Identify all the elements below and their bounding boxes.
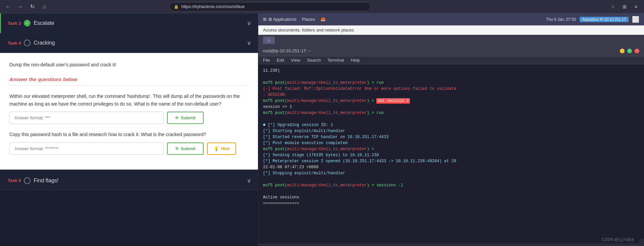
terminal-window-buttons <box>620 49 639 53</box>
term-line-15: 22-01-06 07:47:23 +0000 <box>263 164 639 170</box>
url-text: https://tryhackme.com/room/blue <box>181 4 245 9</box>
task4-check <box>24 40 31 46</box>
watermark: CSDN @山川绿永 <box>258 236 639 243</box>
term-line-16: [*] Stopping exploit/multi/handler <box>263 170 639 176</box>
term-line-17: msf5 post(multi/manage/shell_to_meterpre… <box>263 182 639 188</box>
question1-answer-row: ✈ Submit <box>9 112 249 124</box>
os-apps-menu[interactable]: ⊞ ⊞ Applications <box>263 17 297 22</box>
question1-block: Within our elevated meterpreter shell, r… <box>9 93 249 124</box>
task3-header[interactable]: Task 3 ✓ Escalate ∨ <box>0 13 258 33</box>
places-tooltip: Access documents, folders and network pl… <box>258 25 644 35</box>
term-line-12: msf5 post(multi/manage/shell_to_meterpre… <box>263 146 639 152</box>
browser-actions: ☆ ⊞ ≡ <box>608 2 641 11</box>
back-button[interactable]: ← <box>3 2 13 11</box>
task3-check: ✓ <box>24 20 31 26</box>
term-line-19: =============== <box>263 200 639 206</box>
maximize-button[interactable] <box>627 49 632 53</box>
term-line-11: [*] Post module execution completed <box>263 140 639 146</box>
menu-edit[interactable]: Edit <box>277 58 284 63</box>
menu-file[interactable]: File <box>263 58 270 63</box>
reload-button[interactable]: ↻ <box>28 2 37 11</box>
close-button[interactable] <box>635 49 639 53</box>
task4-description: Dump the non-default user's password and… <box>9 61 249 68</box>
term-line-4: : SESSION. <box>263 92 639 98</box>
extensions-button[interactable]: ⊞ <box>620 2 629 11</box>
task5-header[interactable]: Task 5 Find flags! ∨ <box>0 171 258 191</box>
task5-label: Task 5 <box>8 178 21 183</box>
term-line-blank3 <box>263 176 639 182</box>
term-line-8: ■ [*] Upgrading session ID: 1 <box>263 122 639 128</box>
os-topbar: ⊞ ⊞ Applications Places 🦊 Thu 6 Jan, 07:… <box>258 13 644 25</box>
task4-content: Dump the non-default user's password and… <box>0 53 258 171</box>
terminal-menu-bar: File Edit View Search Terminal Help <box>258 56 644 64</box>
question2-text: Copy this password hash to a file and re… <box>9 131 249 138</box>
file-browser-tab[interactable]: ⌂ <box>263 37 275 44</box>
term-line-7: msf5 post(multi/manage/shell_to_meterpre… <box>263 110 639 116</box>
task4-title: Cracking <box>34 40 55 46</box>
question2-answer-row: ✈ Submit 💡 Hint <box>9 142 249 155</box>
places-tooltip-text: Access documents, folders and network pl… <box>263 27 354 33</box>
terminal-window-bar: root@ip-10-10-251-17: ~ <box>258 46 644 56</box>
bookmark-button[interactable]: ☆ <box>608 2 618 11</box>
term-line-14: [*] Meterpreter session 2 opened (10.10.… <box>263 158 639 164</box>
term-line-blank4 <box>263 188 639 194</box>
term-line-13: [*] Sending stage (176195 bytes) to 10.1… <box>263 152 639 158</box>
menu-terminal[interactable]: Terminal <box>328 58 344 63</box>
term-line-18: Active sessions <box>263 194 639 200</box>
task5-chevron: ∨ <box>247 177 251 184</box>
term-line-10: [*] Started reverse TCP handler on 10.10… <box>263 134 639 140</box>
terminal-title: root@ip-10-10-251-17: ~ <box>263 48 311 53</box>
file-browser-bar: ⌂ <box>258 35 644 46</box>
hint-label: Hint <box>221 146 229 151</box>
question2-input[interactable] <box>9 142 164 155</box>
os-places-menu[interactable]: Places <box>302 17 315 22</box>
minimize-button[interactable] <box>620 49 625 53</box>
forward-button[interactable]: → <box>15 2 25 11</box>
address-bar[interactable]: 🔒 https://tryhackme.com/room/blue <box>169 2 371 11</box>
question1-text: Within our elevated meterpreter shell, r… <box>9 93 249 108</box>
answer-section-title: Answer the questions below <box>9 76 249 86</box>
question1-submit[interactable]: ✈ Submit <box>167 112 204 124</box>
menu-view[interactable]: View <box>291 58 300 63</box>
task5-check <box>24 177 31 184</box>
os-attackbox: AttackBox IP:10.10.251.17 <box>580 17 629 22</box>
os-firefox-icon[interactable]: 🦊 <box>320 17 326 22</box>
task3-title: Escalate <box>34 20 54 26</box>
task5-title: Find flags! <box>34 178 59 184</box>
hint-icon: 💡 <box>214 146 219 151</box>
main-layout: Task 3 ✓ Escalate ∨ Task 4 Cracking ∨ Du… <box>0 13 644 246</box>
terminal-body[interactable]: 11.238) msf5 post(multi/manage/shell_to_… <box>258 64 644 239</box>
submit2-label: Submit <box>181 146 196 151</box>
home-button[interactable]: ⌂ <box>40 2 49 11</box>
browser-chrome: ← → ↻ ⌂ 🔒 https://tryhackme.com/room/blu… <box>0 0 644 13</box>
term-line-3: [-] Post failed: Msf::OptionValidateErro… <box>263 86 639 92</box>
terminal-panel: ⊞ ⊞ Applications Places 🦊 Thu 6 Jan, 07:… <box>258 13 644 246</box>
thm-panel: Task 3 ✓ Escalate ∨ Task 4 Cracking ∨ Du… <box>0 13 258 246</box>
task3-chevron: ∨ <box>247 19 251 27</box>
menu-button[interactable]: ≡ <box>631 2 641 11</box>
question2-submit[interactable]: ✈ Submit <box>167 142 204 155</box>
question2-block: Copy this password hash to a file and re… <box>9 131 249 155</box>
task4-label: Task 4 <box>8 41 21 46</box>
os-screen-icon[interactable]: ⬜ <box>632 16 639 23</box>
term-line-blank2 <box>263 116 639 122</box>
question1-input[interactable] <box>9 112 164 124</box>
submit2-icon: ✈ <box>175 146 179 151</box>
term-line-blank1 <box>263 74 639 80</box>
os-right: Thu 6 Jan, 07:50 AttackBox IP:10.10.251.… <box>546 16 639 23</box>
term-line-9: [*] Starting exploit/multi/handler <box>263 128 639 134</box>
os-clock: Thu 6 Jan, 07:50 <box>546 17 576 22</box>
menu-search[interactable]: Search <box>307 58 321 63</box>
term-line-1: 11.238) <box>263 68 639 74</box>
task4-header[interactable]: Task 4 Cracking ∨ <box>0 33 258 53</box>
term-line-2: msf5 post(multi/manage/shell_to_meterpre… <box>263 80 639 86</box>
term-line-5: msf5 post(multi/manage/shell_to_meterpre… <box>263 98 639 104</box>
task3-label: Task 3 <box>8 21 21 26</box>
hint-button[interactable]: 💡 Hint <box>207 142 236 155</box>
submit1-icon: ✈ <box>175 115 179 120</box>
submit1-label: Submit <box>181 115 196 120</box>
lock-icon: 🔒 <box>174 4 179 9</box>
task4-chevron: ∨ <box>247 39 251 47</box>
menu-help[interactable]: Help <box>351 58 360 63</box>
term-line-6: session => 1 <box>263 104 639 110</box>
